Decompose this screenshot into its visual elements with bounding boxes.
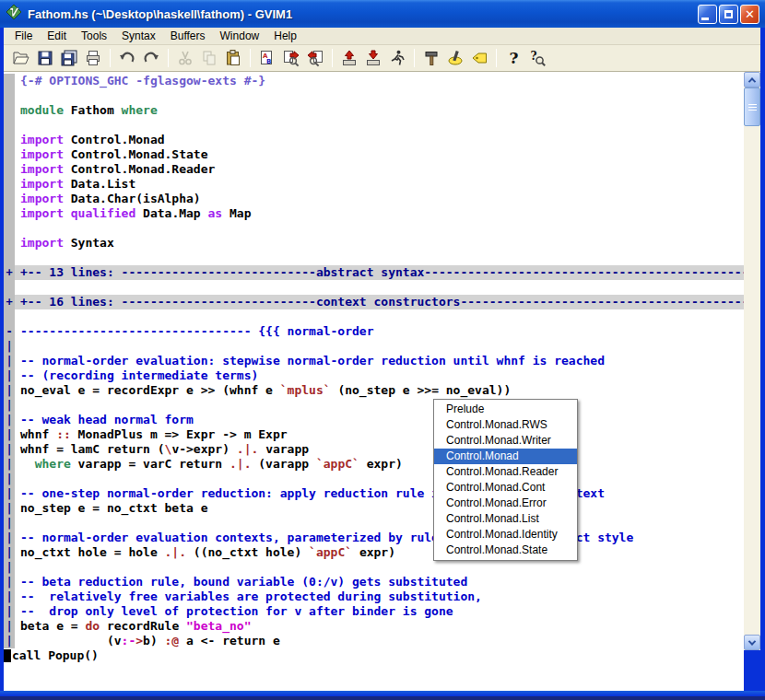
open-file-button[interactable] — [10, 47, 32, 69]
line-text: import Data.List — [15, 177, 744, 192]
line-text — [15, 472, 744, 486]
save-session-button[interactable] — [362, 47, 384, 69]
run-script-icon — [388, 49, 406, 67]
fold-column — [4, 162, 15, 177]
vertical-scrollbar[interactable] — [744, 72, 760, 650]
toolbar-separator — [250, 49, 251, 67]
paste-button[interactable] — [222, 47, 244, 69]
load-session-icon — [340, 49, 359, 67]
fold-column — [4, 309, 15, 324]
close-button[interactable]: ✕ — [740, 5, 759, 24]
popup-item[interactable]: Prelude — [434, 402, 577, 417]
menu-help[interactable]: Help — [266, 28, 304, 44]
find-next-button[interactable] — [280, 47, 302, 69]
fold-marker[interactable]: - — [4, 324, 15, 339]
redo-button[interactable] — [140, 47, 162, 69]
gvim-window: Fathom.hs (~\Desktop\haskell\fathom) - G… — [0, 0, 765, 700]
run-script-button[interactable] — [386, 47, 408, 69]
code-line: import Control.Monad.Reader — [4, 162, 744, 177]
fold-column: | — [4, 413, 15, 427]
line-text: import Syntax — [15, 236, 744, 251]
build-tags-button[interactable] — [444, 47, 466, 69]
find-replace-button[interactable]: AB — [256, 47, 278, 69]
popup-item[interactable]: Control.Monad.List — [434, 511, 577, 527]
save-file-button[interactable] — [34, 47, 56, 69]
save-session-icon — [364, 49, 382, 67]
find-prev-button[interactable] — [304, 47, 326, 69]
menu-file[interactable]: File — [7, 28, 40, 44]
popup-item[interactable]: Control.Monad.Error — [434, 496, 577, 511]
maximize-button[interactable] — [719, 5, 738, 24]
code-line: |no_eval e = recordExpr e >> (whnf e `mp… — [4, 383, 744, 398]
thumb-grip — [748, 110, 757, 111]
popup-item[interactable]: Control.Monad — [434, 449, 577, 464]
fold-column — [4, 177, 15, 192]
menu-buffers[interactable]: Buffers — [163, 28, 213, 44]
popup-item[interactable]: Control.Monad.Writer — [434, 433, 577, 449]
scroll-down-button[interactable] — [744, 635, 760, 650]
code-line: |whnf = lamC return (\v->expr) .|. varap… — [4, 442, 744, 457]
fold-marker[interactable]: + — [4, 265, 15, 280]
minimize-button[interactable] — [698, 5, 717, 24]
text-area[interactable]: {-# OPTIONS_GHC -fglasgow-exts #-}module… — [4, 72, 744, 691]
toolbar-separator — [168, 49, 169, 67]
toolbar-separator — [332, 49, 333, 67]
fold-column — [4, 88, 15, 103]
make-button[interactable] — [420, 47, 442, 69]
line-text: -- relatively free variables are protect… — [15, 589, 744, 604]
menu-syntax[interactable]: Syntax — [114, 28, 163, 44]
thumb-grip — [748, 107, 757, 108]
menu-tools[interactable]: Tools — [74, 28, 114, 44]
folded-line: ++-- 16 lines: -------------------------… — [4, 295, 744, 309]
code-line: {-# OPTIONS_GHC -fglasgow-exts #-} — [4, 74, 744, 88]
cut-icon — [176, 49, 194, 67]
popup-item[interactable]: Control.Monad.RWS — [434, 417, 577, 433]
save-all-button[interactable] — [58, 47, 80, 69]
fold-column — [4, 74, 15, 88]
code-line: |beta e = do recordRule "beta_no" — [4, 619, 744, 634]
undo-button[interactable] — [116, 47, 138, 69]
jump-tag-button[interactable] — [468, 47, 490, 69]
fold-column — [4, 192, 15, 206]
scrollbar-thumb[interactable] — [744, 88, 760, 126]
fold-column: | — [4, 486, 15, 501]
maximize-icon — [724, 10, 733, 18]
command-line[interactable]: call Popup() — [4, 648, 99, 663]
print-button[interactable] — [82, 47, 104, 69]
fold-column: | — [4, 619, 15, 634]
code-line: import Control.Monad — [4, 133, 744, 147]
fold-column — [4, 118, 15, 133]
find-help-button[interactable]: ? — [526, 47, 548, 69]
popup-item[interactable]: Control.Monad.Cont — [434, 480, 577, 496]
code-line: --------------------------------- {{{ no… — [4, 324, 744, 339]
scroll-up-button[interactable] — [744, 72, 760, 88]
undo-icon — [118, 49, 136, 67]
title-bar[interactable]: Fathom.hs (~\Desktop\haskell\fathom) - G… — [0, 0, 765, 28]
fold-column — [4, 103, 15, 118]
popup-item[interactable]: Control.Monad.Reader — [434, 464, 577, 480]
popup-item[interactable]: Control.Monad.State — [434, 542, 577, 558]
fold-column: | — [4, 457, 15, 472]
load-session-button[interactable] — [338, 47, 360, 69]
svg-text:?: ? — [510, 49, 519, 67]
fold-marker[interactable]: + — [4, 295, 15, 309]
code-line: | (v:->b) :@ a <- return e — [4, 634, 744, 648]
line-text: no_step e = no_ctxt beta e — [15, 501, 744, 516]
fold-column: | — [4, 501, 15, 516]
menu-edit[interactable]: Edit — [40, 28, 74, 44]
window-border-right — [760, 28, 765, 696]
help-button[interactable]: ? — [502, 47, 524, 69]
code-line: import qualified Data.Map as Map — [4, 206, 744, 221]
redo-icon — [142, 49, 160, 67]
line-text: -- one-step normal-order reduction: appl… — [15, 486, 744, 501]
jump-tag-icon — [470, 49, 488, 67]
popup-item[interactable]: Control.Monad.Identity — [434, 527, 577, 542]
print-icon — [84, 49, 102, 67]
code-line: | — [4, 398, 744, 413]
help-icon: ? — [504, 49, 523, 67]
make-icon — [422, 49, 441, 67]
close-icon: ✕ — [745, 8, 755, 20]
chevron-up-icon — [748, 77, 756, 85]
code-line: |no_ctxt hole = hole .|. ((no_ctxt hole)… — [4, 545, 744, 560]
menu-window[interactable]: Window — [213, 28, 267, 44]
